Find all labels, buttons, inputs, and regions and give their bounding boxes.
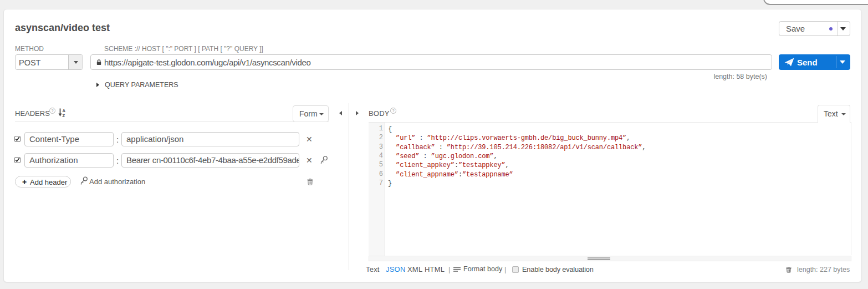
svg-text:A: A (63, 108, 66, 113)
svg-text:Z: Z (63, 113, 65, 118)
